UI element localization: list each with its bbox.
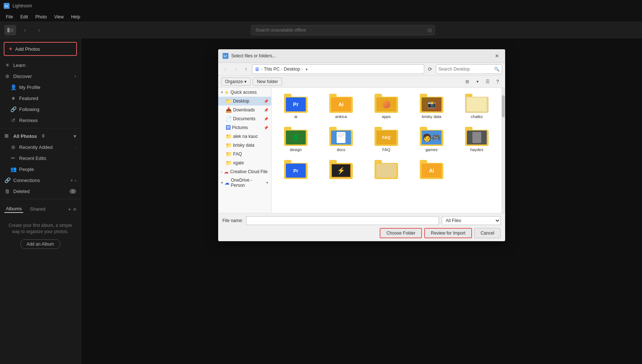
dialog-scrollbar[interactable]: [501, 88, 505, 213]
file-item-wing[interactable]: ⚡: [320, 158, 362, 183]
file-item-ai2[interactable]: Ai: [411, 158, 453, 183]
file-label-docs: docs: [337, 147, 345, 152]
onedrive-expand-icon: ▾: [221, 181, 223, 185]
choose-folder-button[interactable]: Choose Folder: [380, 228, 422, 238]
sidebar-item-deleted[interactable]: 🗑 Deleted 0: [0, 186, 81, 197]
sidebar-item-learn[interactable]: ☀ Learn: [0, 60, 81, 71]
faq-folder-large-icon: FAQ: [375, 127, 398, 146]
sidebar-item-remixes[interactable]: ↺ Remixes: [0, 115, 81, 126]
breadcrumb-expand-icon[interactable]: ▾: [306, 67, 308, 71]
people-label: People: [19, 167, 34, 172]
view-dropdown-button[interactable]: ▾: [473, 77, 482, 86]
tree-item-alek[interactable]: 📁 alek na kauc: [218, 132, 271, 141]
dialog-back-button[interactable]: ‹: [221, 65, 230, 74]
file-item-games[interactable]: 🧑‍🎮 games: [411, 125, 453, 154]
view-details-button[interactable]: ☰: [483, 77, 493, 86]
menu-bar: File Edit Photo View Help: [0, 12, 642, 22]
dialog-search-input[interactable]: [439, 67, 494, 72]
pc-icon: 🖥: [255, 66, 260, 72]
search-box: 🔍: [436, 64, 502, 74]
file-item-brisky-data[interactable]: 📸 brisky data: [411, 92, 453, 121]
file-item-faq[interactable]: FAQ FAQ: [366, 125, 407, 154]
sidebar-item-featured[interactable]: ★ Featured: [0, 93, 81, 104]
sidebar-item-discover[interactable]: ⊕ Discover ▾: [0, 71, 81, 82]
all-photos-count: 0: [42, 133, 45, 139]
file-label-faq: FAQ: [382, 147, 390, 152]
filetype-select[interactable]: All Files: [442, 216, 501, 225]
shared-tab[interactable]: Shared: [30, 206, 45, 212]
back-button[interactable]: ‹: [20, 25, 30, 35]
toolbar: ‹ › ⊟: [0, 22, 642, 38]
search-bar: ⊟: [251, 25, 435, 35]
tree-item-faq[interactable]: 📁 FAQ: [218, 150, 271, 158]
sidebar-item-connections[interactable]: 🔗 Connections + ‹: [0, 175, 81, 186]
breadcrumb-desktop[interactable]: Desktop: [284, 67, 300, 72]
file-label-apps: apps: [382, 114, 391, 119]
menu-photo[interactable]: Photo: [32, 14, 50, 20]
dialog-up-button[interactable]: ↑: [242, 65, 251, 74]
dialog-close-button[interactable]: ✕: [493, 52, 501, 60]
file-item-design[interactable]: 🌲 design: [275, 125, 317, 154]
file-item-docs[interactable]: docs: [320, 125, 362, 154]
tree-item-quick-access[interactable]: ▾ ★ Quick access: [218, 88, 271, 97]
file-item-misc[interactable]: [366, 158, 407, 183]
tree-item-onedrive[interactable]: ▾ ☁ OneDrive - Person ▾: [218, 176, 271, 189]
following-icon: 🔗: [10, 106, 16, 112]
connections-add-icon[interactable]: +: [70, 178, 73, 183]
refresh-button[interactable]: ⟳: [426, 64, 434, 74]
menu-file[interactable]: File: [3, 14, 16, 20]
all-photos-icon: ⊞: [4, 133, 10, 139]
file-label-brisky-data: brisky data: [422, 114, 441, 119]
tree-item-xgate[interactable]: 📁 xgate: [218, 158, 271, 167]
add-album-button[interactable]: Add an Album: [20, 239, 60, 249]
file-item-ankica[interactable]: Ai ankica: [320, 92, 362, 121]
pin-icon: 📌: [264, 99, 268, 103]
search-input[interactable]: [251, 25, 435, 35]
xgate-label: xgate: [233, 160, 244, 165]
file-item-apps[interactable]: apps: [366, 92, 407, 121]
sidebar-item-my-profile[interactable]: 👤 My Profile: [0, 82, 81, 93]
albums-tab[interactable]: Albums: [4, 205, 23, 213]
alek-folder-icon: 📁: [226, 133, 232, 139]
help-button[interactable]: ?: [493, 77, 502, 86]
sidebar-item-following[interactable]: 🔗 Following: [0, 104, 81, 115]
add-photos-button[interactable]: + Add Photos: [4, 42, 77, 56]
tree-item-brisky[interactable]: 📁 brisky data: [218, 141, 271, 150]
sidebar-item-all-photos[interactable]: ⊞ All Photos 0 ▾: [0, 131, 81, 142]
sidebar-item-recently-added[interactable]: ⊕ Recently Added ‹: [0, 142, 81, 153]
scrollbar-thumb[interactable]: [502, 95, 505, 117]
breadcrumb-this-pc[interactable]: This PC: [264, 67, 280, 72]
new-folder-button[interactable]: New folder: [253, 78, 282, 86]
tree-item-creative-cloud[interactable]: › ☁ Creative Cloud File: [218, 167, 271, 176]
cancel-button[interactable]: Cancel: [474, 228, 500, 238]
tree-item-documents[interactable]: 📄 Documents 📌: [218, 114, 271, 123]
review-import-button[interactable]: Review for Import: [424, 228, 472, 238]
file-item-haydes[interactable]: haydes: [456, 125, 498, 154]
add-album-icon[interactable]: +: [68, 206, 71, 212]
dialog-buttons: Choose Folder Review for Import Cancel: [223, 228, 501, 238]
tree-item-desktop[interactable]: 📁 Desktop 📌: [218, 97, 271, 106]
dialog-forward-button[interactable]: ›: [231, 65, 240, 74]
forward-button[interactable]: ›: [34, 25, 44, 35]
sidebar-toggle-button[interactable]: [4, 25, 16, 35]
cc-expand-icon: ›: [221, 170, 222, 174]
file-item-ai[interactable]: Pr ai: [275, 92, 317, 121]
divider-2: [0, 199, 81, 199]
downloads-folder-icon: 📥: [226, 107, 232, 113]
file-item-pr[interactable]: Pr: [275, 158, 317, 183]
file-item-chatko[interactable]: chatko: [456, 92, 498, 121]
tree-item-pictures[interactable]: 🖼 Pictures 📌: [218, 123, 271, 132]
recently-added-label: Recently Added: [19, 144, 53, 150]
tree-item-downloads[interactable]: 📥 Downloads 📌: [218, 106, 271, 114]
menu-view[interactable]: View: [51, 14, 67, 20]
albums-more-icon[interactable]: ≡: [73, 206, 76, 212]
menu-help[interactable]: Help: [68, 14, 83, 20]
sidebar-item-recent-edits[interactable]: ✏ Recent Edits: [0, 153, 81, 164]
menu-edit[interactable]: Edit: [17, 14, 31, 20]
sidebar-item-people[interactable]: 👥 People: [0, 164, 81, 175]
filename-input[interactable]: [246, 216, 439, 225]
view-large-icons-button[interactable]: ⊞: [462, 77, 472, 86]
organize-button[interactable]: Organize ▾: [221, 78, 251, 86]
deleted-count: 0: [70, 189, 76, 194]
design-folder-icon: 🌲: [284, 127, 308, 146]
